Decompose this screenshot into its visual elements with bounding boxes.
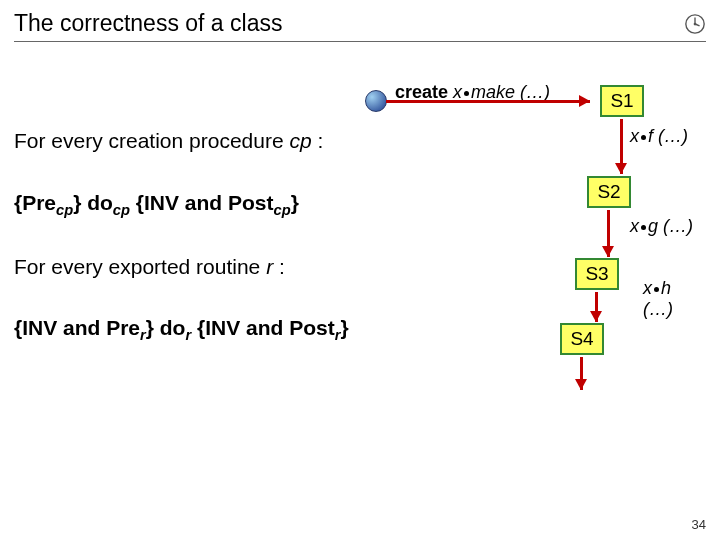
arrow-create xyxy=(386,100,590,103)
dot-icon xyxy=(654,287,659,292)
arrow-s2-s3 xyxy=(607,210,610,257)
txt: {Pre xyxy=(14,191,56,214)
state-s3: S3 xyxy=(575,258,619,290)
slide-title: The correctness of a class xyxy=(14,10,282,37)
call-xg: xg (…) xyxy=(630,216,693,237)
state-s2: S2 xyxy=(587,176,631,208)
txt: } xyxy=(340,316,348,339)
svg-line-3 xyxy=(695,24,700,26)
call: f (…) xyxy=(648,126,688,146)
state-diagram: create xmake (…) S1 xf (…) S2 xg (…) S3 … xyxy=(350,80,700,410)
sub: cp xyxy=(274,202,291,218)
call-xf: xf (…) xyxy=(630,126,688,147)
var: x xyxy=(448,82,462,102)
arrow-s1-s2 xyxy=(620,119,623,174)
sub: cp xyxy=(113,202,130,218)
title-bar: The correctness of a class xyxy=(14,10,706,42)
call: make (…) xyxy=(471,82,550,102)
start-node xyxy=(365,90,387,112)
txt: : xyxy=(273,255,285,278)
txt: {INV and Pre xyxy=(14,316,140,339)
call: g (…) xyxy=(648,216,693,236)
txt: {INV and Post xyxy=(191,316,335,339)
dot-icon xyxy=(464,91,469,96)
txt: : xyxy=(312,129,324,152)
txt: For every creation procedure xyxy=(14,129,289,152)
var: x xyxy=(643,278,652,298)
txt: {INV and Post xyxy=(130,191,274,214)
sub: cp xyxy=(56,202,73,218)
call-xh: xh (…) xyxy=(643,278,700,320)
txt: } do xyxy=(73,191,113,214)
state-s1: S1 xyxy=(600,85,644,117)
var: x xyxy=(630,216,639,236)
arrow-s3-s4 xyxy=(595,292,598,322)
var: x xyxy=(630,126,639,146)
kw: create xyxy=(395,82,448,102)
dot-icon xyxy=(641,135,646,140)
clock-icon xyxy=(684,13,706,35)
txt: } xyxy=(291,191,299,214)
dot-icon xyxy=(641,225,646,230)
state-s4: S4 xyxy=(560,323,604,355)
txt-cp: cp xyxy=(289,129,311,152)
txt: } do xyxy=(146,316,186,339)
arrow-s4-end xyxy=(580,357,583,390)
txt: For every exported routine xyxy=(14,255,266,278)
page-number: 34 xyxy=(692,517,706,532)
